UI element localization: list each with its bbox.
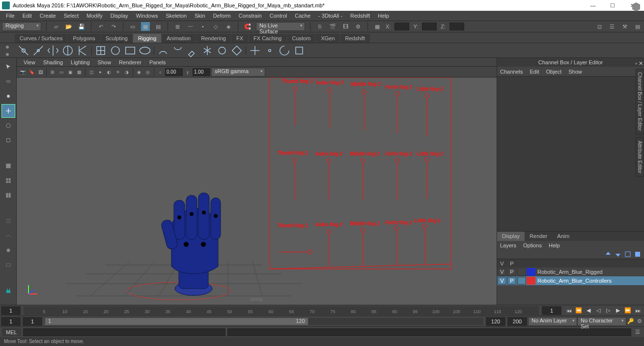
layer-row[interactable]: V P Robotic_Arm_Blue_Rigged [497,267,644,276]
rig-handle[interactable] [395,91,400,96]
maximize-button[interactable]: ☐ [603,0,622,11]
side-tab-channel-box[interactable]: Channel Box / Layer Editor [636,69,644,134]
layout-two-icon[interactable] [1,188,15,202]
menu-constrain[interactable]: Constrain [235,12,266,20]
range-end-inner[interactable]: 120 [486,317,505,326]
menu-control[interactable]: Control [266,12,291,20]
rig-handle[interactable] [326,230,331,235]
menu-skeleton[interactable]: Skeleton [162,12,191,20]
menu-display[interactable]: Display [107,12,132,20]
layer-playback-toggle[interactable]: P [507,277,516,285]
rig-handle[interactable] [395,158,400,163]
layer-menu-options[interactable]: Options [523,242,542,248]
menu-windows[interactable]: Windows [132,12,162,20]
menu-file[interactable]: File [2,12,19,20]
layer-tab-display[interactable]: Display [497,232,525,241]
paint-select-tool[interactable] [1,89,15,103]
menu-skin[interactable]: Skin [191,12,209,20]
menu-deform[interactable]: Deform [209,12,235,20]
select-by-component-icon[interactable]: ▦ [141,22,150,31]
menu-select[interactable]: Select [60,12,83,20]
vp-resolution-gate-icon[interactable]: ▣ [66,68,74,76]
rig-handle[interactable] [308,249,312,254]
bind-skin-icon[interactable] [156,44,170,57]
range-start-outer[interactable]: 1 [1,317,21,326]
shelf-tab-rendering[interactable]: Rendering [196,34,231,43]
snap-point-icon[interactable]: • [198,22,207,31]
lattice-icon[interactable] [94,44,108,57]
cb-menu-channels[interactable]: Channels [500,69,523,75]
outliner-icon[interactable] [1,214,15,228]
menu-cache[interactable]: Cache [291,12,314,20]
undock-icon[interactable]: ▫ [635,59,637,68]
cb-menu-show[interactable]: Show [568,69,582,75]
vp-lights-icon[interactable]: ☀ [114,68,122,76]
paint-weights-icon[interactable] [186,44,199,57]
rig-handle[interactable] [293,86,298,91]
mirror-joint-icon[interactable] [46,44,60,57]
vp-menu-shading[interactable]: Shading [40,59,66,66]
frame-current-left[interactable]: 1 [1,306,21,315]
shelf-tab-animation[interactable]: Animation [162,34,196,43]
scale-tool[interactable] [1,133,15,147]
new-scene-icon[interactable]: ▱ [52,22,60,31]
close-panel-icon[interactable]: ✕ [639,59,643,68]
rig-handle[interactable] [424,93,429,98]
rig-handle[interactable] [326,158,331,163]
live-object-icon[interactable]: 🧲 [243,22,252,31]
menu-redshift[interactable]: Redshift [346,12,374,20]
vp-grid-icon[interactable]: ⊞ [49,68,56,76]
step-forward-icon[interactable]: ▶ [614,306,622,315]
vp-menu-lighting[interactable]: Lighting [68,59,93,66]
rig-handle[interactable] [394,226,399,231]
snap-grid-icon[interactable]: ⊞ [173,22,182,31]
lasso-tool[interactable] [1,75,15,88]
vp-film-gate-icon[interactable]: ▭ [57,68,65,76]
step-forward-key-icon[interactable]: ⏩ [623,306,632,315]
rig-handle[interactable] [362,89,366,94]
save-scene-icon[interactable]: 💾 [77,22,86,31]
cb-menu-edit[interactable]: Edit [530,69,539,75]
insert-joint-icon[interactable] [31,44,45,57]
vp-bookmarks-icon[interactable]: 🔖 [28,68,35,76]
snap-plane-icon[interactable]: ◇ [211,22,220,31]
ik-handle-icon[interactable] [76,44,89,57]
channel-box-icon[interactable]: ▤ [633,22,642,31]
layer-visible-toggle[interactable]: V [498,268,506,276]
new-empty-layer-icon[interactable] [624,251,631,258]
modeling-toolkit-icon[interactable]: ⊡ [595,22,604,31]
viewport[interactable]: Thumb fing 3 Index fing 3 Middle fing 3 … [17,78,497,305]
rig-handle[interactable] [361,228,365,233]
layer-name[interactable]: Robotic_Arm_Blue_Rigged [535,269,644,275]
layout-icon[interactable]: ▦ [373,22,382,31]
render-settings-icon[interactable]: ⚙ [354,22,363,31]
script-editor-icon[interactable]: ☰ [633,328,642,337]
layer-visible-toggle[interactable]: V [498,277,506,285]
vp-isolate-icon[interactable]: ◉ [135,68,143,76]
orient-constraint-icon[interactable] [278,44,291,57]
range-slider[interactable]: 1 120 [45,318,483,325]
vp-xray-icon[interactable]: ◎ [144,68,152,76]
go-to-end-icon[interactable]: ⏭ [633,306,642,315]
layer-playback-toggle[interactable]: P [507,268,516,276]
ipr-render-icon[interactable]: 🎞 [341,22,350,31]
vp-select-camera-icon[interactable]: 📷 [19,68,27,76]
rig-handle[interactable] [361,158,365,163]
vp-exposure-value[interactable]: 0.00 [165,68,183,76]
menu-help[interactable]: Help [374,12,393,20]
scale-constraint-icon[interactable] [292,44,306,57]
render-frame-icon[interactable]: 🎬 [328,22,337,31]
vp-colorspace-dd[interactable]: sRGB gamma [211,68,265,77]
construction-history-icon[interactable]: ⎘ [315,22,324,31]
select-by-hierarchy-icon[interactable]: ▤ [154,22,163,31]
layer-menu-help[interactable]: Help [549,242,560,248]
layer-color-swatch[interactable] [527,268,535,276]
range-start-inner[interactable]: 1 [23,317,42,326]
mirror-weights-icon[interactable] [200,44,214,57]
point-constraint-icon[interactable] [263,44,277,57]
layer-name[interactable]: Robotic_Arm_Blue_Controllers [535,278,644,284]
joint-tool-icon[interactable] [17,44,30,57]
side-tab-attribute-editor[interactable]: Attribute Editor [636,137,644,177]
shelf-tab-custom[interactable]: Custom [287,34,316,43]
vp-menu-renderer[interactable]: Renderer [116,59,144,66]
